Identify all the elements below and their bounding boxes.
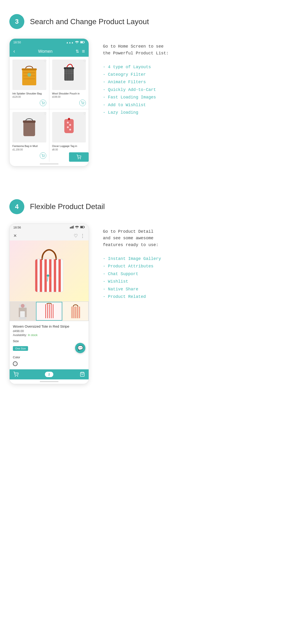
svg-rect-2 — [84, 42, 85, 43]
section4-header: 4 Flexible Product Detail — [0, 185, 290, 224]
product-detail-name: Woven Oversized Tote in Red Stripe — [13, 324, 85, 328]
thumbnail-3[interactable] — [63, 302, 88, 320]
phone-mockup-2: 18:56 — [9, 224, 89, 384]
status-time-1: 18:50 — [13, 40, 21, 44]
thumbnail-2[interactable] — [36, 302, 62, 320]
toolbar-icons-1: ⇅ ≡ — [76, 48, 85, 54]
close-icon[interactable]: ✕ — [13, 233, 17, 238]
availability-text: Availability: In stock — [13, 333, 85, 337]
size-chip[interactable]: One Size — [13, 346, 28, 351]
svg-point-61 — [17, 376, 18, 376]
svg-point-47 — [49, 277, 51, 279]
svg-point-29 — [69, 124, 71, 126]
size-label: Size — [13, 339, 85, 343]
svg-rect-3 — [81, 42, 83, 43]
add-to-cart-bar[interactable]: 2 — [9, 369, 89, 380]
product-name-3: Fantasma Bag in Mud — [12, 144, 46, 148]
detail-action-icons: ♡ ⋮ — [74, 233, 85, 238]
feature-item-1-2: - Animate Filters — [103, 78, 281, 86]
product-card-4[interactable]: ♡ Oscar Luggage Tag in d8.00 — [49, 109, 89, 162]
section4-title: Flexible Product Detail — [30, 202, 105, 211]
desc-intro-2: Go to Product Detail and see some awesom… — [103, 228, 281, 248]
status-icons-1: ▲▲▲ — [66, 41, 85, 44]
product-grid: ♡ Ink Splatter Shoulder Bag d128.00 — [9, 57, 89, 162]
section3-content: 18:50 ▲▲▲ — [0, 38, 290, 185]
wishlist-icon-1[interactable]: ♡ — [44, 59, 47, 63]
feature-item-2-2: - Chat Support — [103, 270, 281, 278]
availability-label: Availability: — [13, 334, 27, 337]
signal-icon: ▲▲▲ — [66, 41, 74, 44]
desc-panel-1: Go to Home Screen to see the Powerful Pr… — [103, 38, 281, 116]
status-time-2: 18:56 — [13, 226, 21, 229]
svg-point-32 — [78, 158, 79, 159]
section3-header: 3 Search and Change Product Layout — [0, 0, 290, 38]
svg-point-0 — [77, 43, 77, 43]
cart-icon-overlay — [13, 372, 18, 377]
product-image-1 — [12, 60, 46, 90]
svg-point-33 — [80, 158, 81, 159]
svg-point-38 — [77, 228, 77, 228]
svg-rect-8 — [23, 78, 35, 79]
svg-rect-4 — [22, 69, 36, 85]
svg-rect-36 — [72, 226, 73, 228]
filter-icon[interactable]: ⇅ — [76, 49, 79, 54]
back-icon-1[interactable]: ‹ — [13, 48, 15, 54]
product-main-image — [9, 240, 89, 302]
product-card-3[interactable]: ♡ Fantasma Bag in Mud d1,158.00 — [9, 109, 49, 162]
svg-point-24 — [42, 156, 43, 157]
more-options-icon[interactable]: ⋮ — [80, 233, 85, 238]
scroll-line-2 — [40, 381, 58, 382]
svg-rect-55 — [44, 304, 54, 318]
product-price-2: d198.00 — [52, 96, 86, 98]
feature-item-2-0: - Instant Image Gallery — [103, 255, 281, 262]
step3-circle: 3 — [9, 14, 24, 29]
wishlist-icon-2[interactable]: ♡ — [83, 59, 86, 63]
scroll-line-1 — [40, 164, 58, 164]
status-bar-2: 18:56 — [9, 224, 89, 231]
feature-item-2-4: - Native Share — [103, 286, 281, 293]
cart-count-badge: 2 — [45, 372, 53, 377]
wifi-icon — [75, 41, 79, 44]
menu-icon[interactable]: ≡ — [82, 48, 85, 54]
product-price-3: d1,158.00 — [12, 148, 46, 151]
scroll-indicator-2 — [9, 380, 89, 384]
add-to-cart-btn-2[interactable] — [79, 100, 86, 106]
svg-point-27 — [68, 118, 70, 120]
product-price-4: d8.00 — [52, 148, 86, 151]
signal-icon-2 — [70, 226, 74, 229]
feature-item-1-0: - 4 type of Layouts — [103, 63, 281, 71]
chat-fab[interactable]: 💬 — [75, 343, 85, 353]
wishlist-icon-4[interactable]: ♡ — [83, 112, 86, 115]
color-swatch-1[interactable] — [13, 361, 17, 366]
product-card-1[interactable]: ♡ Ink Splatter Shoulder Bag d128.00 — [9, 57, 49, 109]
product-name-4: Oscar Luggage Tag in — [52, 144, 86, 148]
step4-circle: 4 — [9, 199, 24, 214]
feature-list-1: - 4 type of Layouts - Cateogry Filter - … — [103, 63, 281, 116]
product-image-2 — [52, 60, 86, 90]
svg-point-30 — [67, 126, 69, 128]
product-card-2[interactable]: ♡ Wool Shou — [49, 57, 89, 109]
svg-rect-35 — [71, 226, 72, 228]
product-name-1: Ink Splatter Shoulder Bag — [12, 92, 46, 95]
thumbnail-1[interactable] — [10, 302, 35, 320]
app-title-1: Women — [38, 49, 53, 54]
bag-icon-overlay — [80, 372, 85, 377]
svg-rect-37 — [73, 226, 74, 228]
scroll-indicator-1 — [9, 162, 89, 166]
wishlist-icon-3[interactable]: ♡ — [44, 112, 47, 115]
feature-item-2-3: - Wishlist — [103, 278, 281, 285]
product-detail-price: d498.00 — [13, 329, 85, 333]
svg-point-25 — [44, 156, 44, 157]
product-name-2: Wool Shoulder Pouch in — [52, 92, 86, 95]
svg-rect-26 — [64, 119, 74, 133]
availability-status: In stock — [28, 334, 37, 337]
add-to-cart-btn-3[interactable] — [40, 152, 46, 159]
svg-rect-53 — [20, 311, 25, 317]
svg-point-31 — [69, 129, 71, 130]
heart-detail-icon[interactable]: ♡ — [74, 233, 78, 238]
feature-item-1-4: - Fast Loading Images — [103, 94, 281, 101]
add-to-cart-btn-1[interactable] — [40, 100, 46, 106]
svg-rect-58 — [71, 306, 80, 318]
svg-rect-41 — [81, 226, 83, 228]
status-icons-2 — [70, 226, 85, 229]
